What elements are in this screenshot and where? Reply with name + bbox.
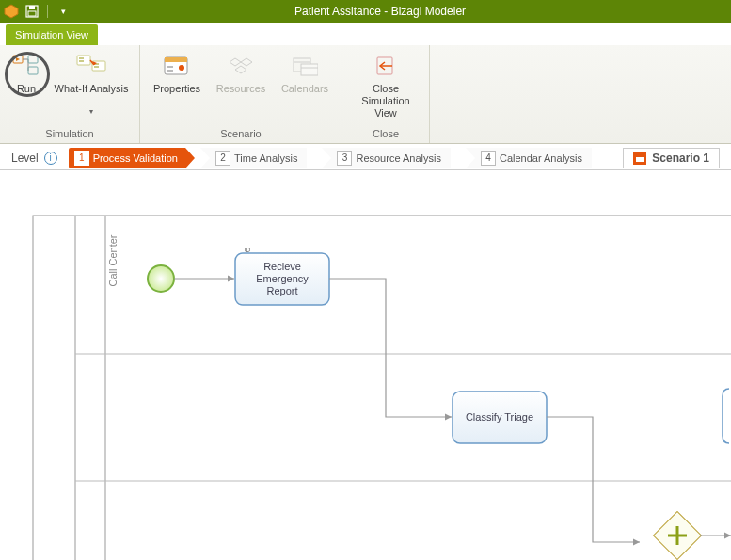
svg-rect-11 — [79, 57, 84, 59]
close-sim-label: Close Simulation View — [350, 83, 421, 120]
level-label: Level — [11, 152, 39, 165]
gateway-parallel[interactable] — [654, 512, 702, 560]
dropdown-indicator-icon: ▾ — [89, 107, 93, 116]
group-label-simulation: Simulation — [6, 126, 134, 141]
step-number: 4 — [481, 151, 496, 166]
step-number: 3 — [337, 151, 352, 166]
app-icon — [4, 4, 19, 19]
whatif-icon — [76, 51, 106, 81]
whatif-label: What-If Analysis — [55, 83, 129, 107]
lane-label-callcenter: Call Center — [107, 234, 119, 286]
svg-rect-19 — [167, 66, 173, 68]
svg-rect-33 — [33, 216, 731, 560]
calendars-label: Calendars — [281, 83, 328, 107]
whatif-button[interactable]: What-If Analysis ▾ — [49, 49, 134, 118]
scenario-label: Scenario 1 — [652, 152, 709, 165]
scenario-selector[interactable]: Scenario 1 — [623, 148, 720, 168]
qat-dropdown-icon[interactable]: ▾ — [56, 4, 71, 19]
properties-icon — [162, 51, 192, 81]
step-label: Resource Analysis — [356, 152, 441, 164]
svg-rect-2 — [29, 6, 35, 9]
sequence-flow[interactable] — [547, 417, 640, 542]
ribbon: Run What-If Analysis ▾ Simulation — [0, 45, 731, 144]
ribbon-group-scenario: Properties Resources Calendars Scenario — [140, 45, 342, 143]
resources-button: Resources — [210, 49, 272, 109]
svg-marker-23 — [241, 58, 252, 66]
properties-label: Properties — [153, 83, 200, 107]
title-bar: ▾ Patient Assitance - Bizagi Modeler — [0, 0, 731, 23]
task-partial[interactable] — [723, 389, 729, 443]
step-number: 2 — [215, 151, 230, 166]
svg-rect-12 — [79, 60, 84, 62]
group-label-scenario: Scenario — [146, 126, 336, 141]
close-icon — [371, 51, 401, 81]
svg-text:Emergency: Emergency — [256, 273, 309, 284]
svg-rect-18 — [165, 57, 187, 62]
ribbon-tab-strip: Simulation View — [0, 23, 731, 45]
svg-text:Classify Triage: Classify Triage — [466, 411, 533, 423]
info-icon[interactable]: i — [44, 152, 57, 165]
level-step-4[interactable]: 4 Calendar Analysis — [466, 148, 592, 168]
svg-text:Recieve: Recieve — [263, 261, 301, 272]
svg-marker-0 — [5, 5, 18, 18]
resources-label: Resources — [216, 83, 266, 107]
save-icon[interactable] — [24, 4, 40, 19]
ribbon-group-close: Close Simulation View Close — [342, 45, 430, 143]
scenario-icon — [633, 152, 646, 165]
resources-icon — [226, 51, 256, 81]
step-label: Calendar Analysis — [500, 152, 582, 164]
svg-rect-27 — [301, 64, 318, 75]
svg-rect-3 — [28, 11, 36, 16]
quick-access-toolbar: ▾ — [4, 4, 71, 19]
step-label: Time Analysis — [234, 152, 297, 164]
step-number: 1 — [74, 151, 89, 166]
svg-rect-32 — [636, 154, 644, 157]
svg-marker-24 — [235, 66, 246, 73]
level-step-3[interactable]: 3 Resource Analysis — [322, 148, 451, 168]
svg-text:Report: Report — [266, 285, 297, 296]
start-event[interactable] — [148, 265, 174, 292]
qat-separator — [47, 5, 48, 18]
level-step-1[interactable]: 1 Process Validation — [69, 148, 185, 168]
level-bar: Level i 1 Process Validation 2 Time Anal… — [0, 146, 731, 170]
svg-marker-22 — [230, 58, 241, 66]
svg-rect-15 — [94, 66, 99, 68]
svg-rect-20 — [167, 70, 173, 72]
task-receive[interactable]: Recieve Emergency Report — [235, 253, 329, 305]
process-canvas[interactable]: Call Center Nurse lly equiped ambulance … — [0, 170, 731, 560]
window-title: Patient Assitance - Bizagi Modeler — [71, 5, 727, 18]
calendars-button: Calendars — [274, 49, 336, 109]
level-step-2[interactable]: 2 Time Analysis — [200, 148, 307, 168]
properties-button[interactable]: Properties — [146, 49, 208, 109]
step-label: Process Validation — [93, 152, 178, 164]
tab-simulation-view[interactable]: Simulation View — [6, 24, 98, 45]
sequence-flow[interactable] — [329, 279, 452, 417]
calendars-icon — [290, 51, 320, 81]
close-sim-button[interactable]: Close Simulation View — [348, 49, 423, 121]
svg-point-21 — [179, 65, 184, 71]
task-classify[interactable]: Classify Triage — [453, 392, 547, 443]
callout-circle — [5, 52, 50, 97]
group-label-close: Close — [348, 126, 423, 141]
